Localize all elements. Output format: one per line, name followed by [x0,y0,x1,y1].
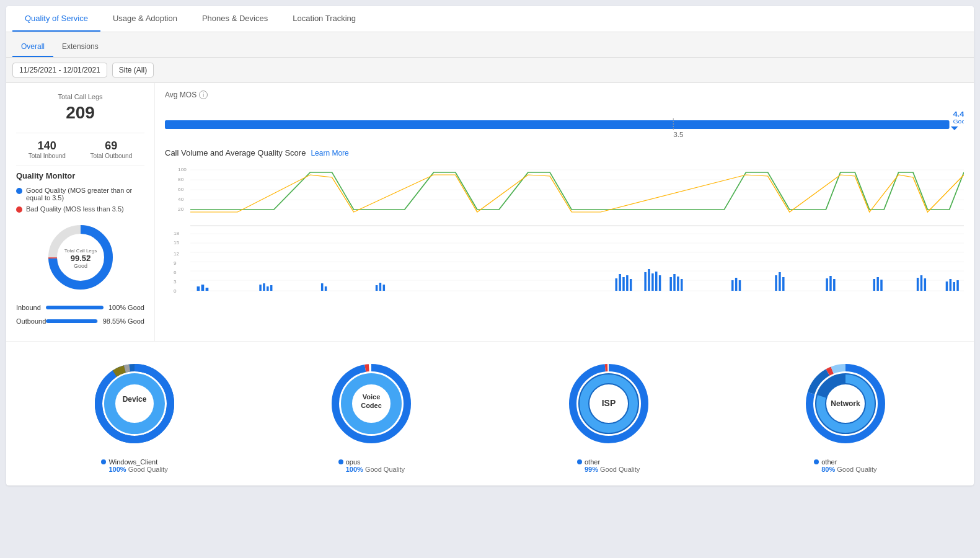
svg-rect-68 [779,272,781,291]
sub-tab-overall[interactable]: Overall [12,37,53,57]
svg-point-109 [110,379,159,428]
device-legend-dot [101,459,106,464]
isp-legend-pct: 99% [585,466,598,473]
isp-legend-dot [577,459,582,464]
svg-text:3: 3 [174,280,177,285]
quality-monitor-section: Quality Monitor Good Quality (MOS greate… [16,171,144,325]
svg-rect-62 [677,277,679,291]
svg-marker-12 [951,126,958,130]
inbound-outbound-row: 140 Total Inbound 69 Total Outbound [16,133,144,166]
svg-rect-75 [880,280,883,291]
svg-rect-41 [259,285,262,291]
voice-codec-quality-label: Good Quality [365,466,405,473]
tabs-wrapper: Quality of Service Usage & Adoption Phon… [6,6,974,485]
date-range-filter[interactable]: 11/25/2021 - 12/01/2021 [12,63,107,78]
quality-donut-svg: Total Call Legs 99.52 % Good [43,220,118,294]
isp-quality-label: Good Quality [600,466,640,473]
outbound-progress-track [46,319,98,323]
network-legend-name: other [821,458,837,466]
tab-quality-of-service[interactable]: Quality of Service [12,6,100,32]
svg-rect-63 [681,279,683,291]
total-outbound-stat: 69 Total Outbound [90,140,132,159]
network-legend: other 80% Good Quality [814,458,876,473]
mos-chart-panel: Avg MOS i 3.5 4.4 Good [155,83,974,341]
voice-codec-donut-svg: Voice Codec [322,354,421,453]
bad-quality-label: Bad Quality (MOS less than 3.5) [26,205,124,213]
avg-mos-label: Avg MOS [165,91,196,99]
svg-rect-55 [644,272,647,291]
svg-rect-50 [616,278,618,291]
network-legend-pct: 80% [821,466,835,473]
site-filter[interactable]: Site (All) [112,63,154,78]
svg-text:18: 18 [174,231,179,236]
isp-legend-name: other [585,458,600,466]
svg-text:12: 12 [174,252,179,257]
quality-monitor-title: Quality Monitor [16,171,144,180]
svg-rect-7 [165,120,950,129]
network-donut-card: Network other 80% Good Quality [727,354,964,473]
svg-rect-67 [775,275,777,291]
call-volume-title: Call Volume and Average Quality Score Le… [165,148,964,157]
svg-rect-48 [379,283,382,291]
svg-rect-65 [735,278,738,291]
network-donut-svg: Network [796,354,895,453]
outbound-progress-row: Outbound 98.55% Good [16,317,144,325]
top-tabs-bar: Quality of Service Usage & Adoption Phon… [6,6,974,32]
svg-rect-53 [626,275,629,291]
total-outbound-label: Total Outbound [90,153,132,159]
svg-rect-73 [873,279,876,291]
svg-text:9: 9 [174,261,177,266]
svg-rect-81 [953,282,955,291]
bad-quality-dot [16,206,22,213]
call-volume-svg: 100 80 60 40 20 [165,164,964,294]
svg-rect-54 [630,279,632,291]
svg-rect-64 [731,280,734,291]
tab-location-tracking[interactable]: Location Tracking [280,6,368,32]
avg-mos-info-icon[interactable]: i [199,91,208,99]
outbound-progress-fill [46,319,97,323]
total-call-legs-value: 209 [16,103,144,123]
network-quality-label: Good Quality [837,466,876,473]
svg-rect-56 [648,269,650,291]
svg-rect-76 [917,278,919,291]
svg-text:40: 40 [178,197,183,202]
isp-donut-svg: ISP [559,354,658,453]
filters-bar: 11/25/2021 - 12/01/2021 Site (All) [6,58,974,83]
quality-donut-container: Total Call Legs 99.52 % Good [16,220,144,296]
isp-donut-card: ISP other 99% Good Quality [490,354,727,473]
voice-codec-legend: opus 100% Good Quality [338,458,405,473]
svg-rect-66 [739,280,741,291]
voice-codec-legend-item: opus [338,458,405,466]
tab-phones-devices[interactable]: Phones & Devices [190,6,280,32]
learn-more-link[interactable]: Learn More [311,149,348,157]
svg-rect-79 [946,281,948,291]
svg-rect-40 [206,288,209,291]
svg-text:Good: Good [73,263,87,269]
svg-rect-39 [201,285,205,291]
isp-legend-quality: 99% Good Quality [577,466,640,473]
svg-text:20: 20 [178,207,183,212]
device-legend-item: Windows_Client [101,458,167,466]
sub-tab-extensions[interactable]: Extensions [53,37,107,57]
svg-text:3.5: 3.5 [673,131,683,138]
svg-text:%: % [86,254,90,259]
tab-usage-adoption[interactable]: Usage & Adoption [100,6,190,32]
voice-codec-donut-card: Voice Codec opus 100% Good Quality [253,354,490,473]
top-section: Total Call Legs 209 140 Total Inbound 69… [6,83,974,342]
network-legend-dot [814,459,819,464]
svg-rect-80 [950,279,952,291]
svg-rect-42 [263,283,265,291]
svg-rect-45 [321,283,324,291]
svg-rect-47 [376,285,378,291]
svg-rect-78 [924,278,927,291]
left-stats-panel: Total Call Legs 209 140 Total Inbound 69… [6,83,155,341]
svg-text:4.4: 4.4 [953,110,964,118]
outbound-progress-label: Outbound [16,317,41,325]
device-donut-svg: Device [85,354,184,453]
svg-text:Device: Device [123,395,147,404]
device-legend: Windows_Client 100% Good Quality [101,458,167,473]
device-legend-quality: 100% Good Quality [101,466,167,473]
voice-codec-legend-dot [338,459,343,464]
svg-rect-57 [651,273,654,291]
svg-text:0: 0 [174,289,177,294]
